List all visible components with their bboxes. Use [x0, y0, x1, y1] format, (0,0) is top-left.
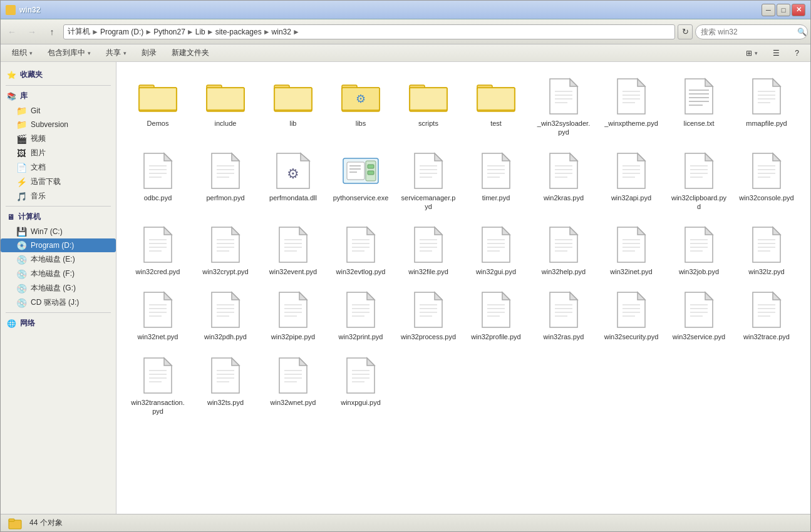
svg-marker-133	[435, 227, 442, 235]
file-item[interactable]: lib	[262, 72, 324, 141]
file-item[interactable]: include	[194, 72, 257, 141]
file-item[interactable]: win32clipboard.pyd	[668, 146, 730, 216]
sidebar-item-pictures[interactable]: 🖼 图片	[1, 146, 116, 160]
sidebar-item-c[interactable]: 💾 Win7 (C:)	[1, 225, 116, 238]
up-button[interactable]: ↑	[43, 23, 61, 41]
maximize-button[interactable]: □	[777, 4, 790, 16]
file-item[interactable]: win32file.pyd	[397, 220, 460, 280]
sidebar-item-documents[interactable]: 📄 文档	[1, 160, 116, 175]
address-bar[interactable]: 计算机 ► Program (D:) ► Python27 ► Lib ► si…	[63, 24, 675, 39]
file-item[interactable]: timer.pyd	[465, 146, 527, 216]
file-item[interactable]: win32inet.pyd	[600, 220, 663, 280]
pictures-label: 图片	[31, 148, 46, 158]
svg-rect-253	[9, 519, 14, 521]
svg-marker-31	[638, 79, 645, 86]
svg-text:⚙: ⚙	[287, 166, 299, 182]
sidebar-item-subversion[interactable]: 📁 Subversion	[1, 118, 116, 131]
file-item[interactable]: win32job.pyd	[668, 220, 730, 280]
file-item[interactable]: win32ras.pyd	[532, 285, 595, 345]
file-item[interactable]: win32lz.pyd	[735, 220, 798, 280]
forward-button[interactable]: →	[23, 23, 41, 41]
svg-marker-223	[773, 292, 780, 300]
menu-share[interactable]: 共享 ▾	[100, 46, 133, 60]
favorites-header[interactable]: ⭐ 收藏夹	[1, 67, 116, 83]
menu-help[interactable]: ?	[788, 47, 805, 59]
search-input[interactable]	[701, 28, 795, 36]
file-icon	[679, 290, 719, 330]
file-label: win32net.pyd	[138, 332, 178, 341]
file-item[interactable]: win32cred.pyd	[127, 220, 189, 280]
thunder-icon: ⚡	[16, 177, 27, 187]
computer-header[interactable]: 🖥 计算机	[1, 209, 116, 225]
file-item[interactable]: license.txt	[668, 72, 730, 141]
file-item[interactable]: win32ts.pyd	[194, 351, 257, 421]
file-item[interactable]: _win32sysloader.pyd	[532, 72, 595, 141]
file-item[interactable]: win32transaction.pyd	[127, 351, 189, 421]
file-icon	[205, 151, 245, 191]
sidebar-item-git[interactable]: 📁 Git	[1, 104, 116, 118]
file-item[interactable]: test	[465, 72, 527, 141]
sidebar-item-g[interactable]: 💿 本地磁盘 (G:)	[1, 281, 116, 295]
file-item[interactable]: pythonservice.exe	[329, 146, 392, 216]
file-item[interactable]: servicemanager.pyd	[397, 146, 460, 216]
file-item[interactable]: ⚙ perfmondata.dll	[262, 146, 324, 216]
file-item[interactable]: mmapfile.pyd	[735, 72, 798, 141]
favorites-section: ⭐ 收藏夹	[1, 67, 116, 83]
file-item[interactable]: Demos	[127, 72, 189, 141]
svg-marker-37	[705, 79, 713, 86]
file-icon	[476, 76, 516, 116]
file-item[interactable]: win32crypt.pyd	[194, 220, 257, 280]
file-item[interactable]: scripts	[397, 72, 460, 141]
file-item[interactable]: ⚙ libs	[329, 72, 392, 141]
sidebar-item-video[interactable]: 🎬 视频	[1, 131, 116, 146]
file-item[interactable]: win32trace.pyd	[735, 285, 798, 345]
menu-view[interactable]: ⊞ ▾	[740, 47, 764, 59]
sidebar-item-thunder[interactable]: ⚡ 迅雷下载	[1, 175, 116, 189]
menu-organize[interactable]: 组织 ▾	[6, 46, 39, 60]
file-item[interactable]: perfmon.pyd	[194, 146, 257, 216]
file-item[interactable]: win32api.pyd	[600, 146, 663, 216]
file-item[interactable]: win32process.pyd	[397, 285, 460, 345]
menu-new-folder[interactable]: 新建文件夹	[165, 46, 215, 60]
menu-list-view[interactable]: ☰	[767, 47, 786, 59]
menu-include-library[interactable]: 包含到库中 ▾	[41, 46, 97, 60]
file-item[interactable]: win32profile.pyd	[465, 285, 527, 345]
menu-burn[interactable]: 刻录	[135, 46, 163, 60]
back-button[interactable]: ←	[3, 23, 21, 41]
sidebar-item-e[interactable]: 💿 本地磁盘 (E:)	[1, 252, 116, 267]
network-header[interactable]: 🌐 网络	[1, 315, 116, 331]
file-item[interactable]: winxpgui.pyd	[329, 351, 392, 421]
library-header[interactable]: 📚 库	[1, 88, 116, 104]
file-icon	[273, 290, 313, 330]
sidebar: ⭐ 收藏夹 📚 库 📁 Git 📁 Subversion	[1, 62, 116, 514]
addr-seg-4: Lib	[195, 28, 205, 36]
refresh-button[interactable]: ↻	[678, 24, 693, 39]
sidebar-item-d[interactable]: 💿 Program (D:)	[1, 238, 116, 252]
file-item[interactable]: win32print.pyd	[329, 285, 392, 345]
file-item[interactable]: win32pipe.pyd	[262, 285, 324, 345]
sidebar-item-music[interactable]: 🎵 音乐	[1, 189, 116, 203]
file-item[interactable]: win32evtlog.pyd	[329, 220, 392, 280]
file-item[interactable]: win32console.pyd	[735, 146, 798, 216]
file-item[interactable]: win2kras.pyd	[532, 146, 595, 216]
file-item[interactable]: win32service.pyd	[668, 285, 730, 345]
svg-marker-103	[773, 153, 780, 161]
svg-marker-56	[232, 153, 239, 161]
search-bar[interactable]: 🔍	[695, 24, 808, 39]
file-item[interactable]: win32net.pyd	[127, 285, 189, 345]
file-item[interactable]: win32gui.pyd	[465, 220, 527, 280]
file-item[interactable]: win32security.pyd	[600, 285, 663, 345]
sidebar-item-f[interactable]: 💿 本地磁盘 (F:)	[1, 267, 116, 281]
close-button[interactable]: ✕	[792, 4, 805, 16]
file-item[interactable]: win32help.pyd	[532, 220, 595, 280]
sidebar-item-j[interactable]: 💿 CD 驱动器 (J:)	[1, 295, 116, 310]
minimize-button[interactable]: ─	[762, 4, 775, 16]
file-item[interactable]: _winxptheme.pyd	[600, 72, 663, 141]
file-item[interactable]: win32event.pyd	[262, 220, 324, 280]
svg-marker-187	[367, 292, 375, 300]
file-icon	[341, 356, 381, 396]
file-item[interactable]: win32wnet.pyd	[262, 351, 324, 421]
main-window: win32 ─ □ ✕ ← → ↑ 计算机 ► Program (D:) ► P…	[0, 0, 811, 532]
file-item[interactable]: win32pdh.pyd	[194, 285, 257, 345]
file-item[interactable]: odbc.pyd	[127, 146, 189, 216]
